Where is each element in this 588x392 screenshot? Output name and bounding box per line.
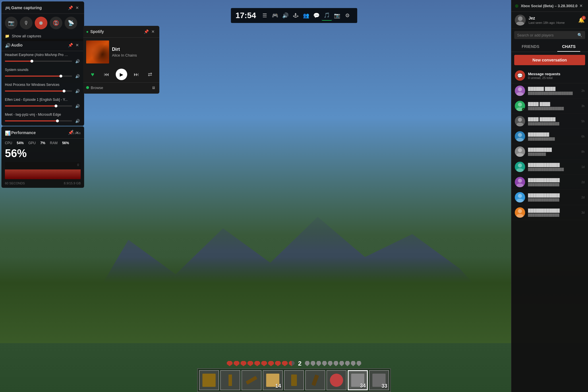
slot-icon-1 [202,374,216,387]
chat-content-5: ████████████ ████████████████ [528,163,579,171]
tab-friends[interactable]: FRIENDS [511,41,550,52]
new-conversation-button[interactable]: New conversation [514,55,585,65]
tab-chats[interactable]: CHATS [550,41,588,52]
perf-title: Performance [11,130,67,135]
mute-btn-4[interactable]: 🔊 [74,118,81,124]
armor-9 [351,361,355,366]
chat-time-4: 8h [581,150,585,153]
message-requests[interactable]: 💬 Message requests 0 unread, 25 total [511,68,588,83]
mute-mic-button[interactable]: 🎙 [20,17,32,29]
audio-pin-button[interactable]: 📌 [67,42,74,49]
mute-camera-button[interactable]: 📵 [50,17,62,29]
mute-btn-3[interactable]: 🔊 [74,103,81,109]
volume-icon[interactable]: 🔊 [280,10,291,21]
clock: 17:54 [235,11,256,20]
user-avatar [515,15,526,26]
audio-slider-4[interactable] [5,120,72,121]
mute-btn-2[interactable]: 🔊 [74,88,81,94]
gpu-value: 7% [40,141,45,145]
screenshot-button[interactable]: 📷 [5,17,18,29]
browse-button[interactable]: Browse [86,86,103,90]
search-input[interactable] [517,33,576,37]
broadcast-button[interactable]: 📡 [65,17,77,29]
game-capturing-title: Game capturing [11,5,67,10]
chat-item-2[interactable]: ████ ██████ ██████████████ 5h [511,114,588,129]
chat-msg-7: ██████████████ [528,198,579,202]
spotify-controls: ♥ ⏮ ▶ ⏭ ⇄ [83,66,159,82]
chat-item-5[interactable]: ████████████ ████████████████ 1d [511,159,588,175]
chat-item-4[interactable]: █████████ ████████ 8h [511,144,588,159]
pin-button[interactable]: 📌 [67,4,74,11]
mute-btn-1[interactable]: 🔊 [74,73,81,79]
chat-content-1: ████ ████ ████████████████ [528,102,579,110]
audio-slider-0[interactable] [5,61,72,62]
audio-slider-3[interactable] [5,105,72,107]
chat-item-8[interactable]: ████████████ ██████████████ 3d [511,205,588,220]
next-button[interactable]: ⏭ [132,70,141,79]
slot-icon-5 [291,374,297,386]
close-button[interactable]: ✕ [74,4,81,11]
chat-item-7[interactable]: ████████████ ██████████████ 2d [511,190,588,205]
heart-8 [275,361,281,366]
audio-close-button[interactable]: ✕ [74,42,81,49]
audio-slider-2[interactable] [5,90,72,92]
svg-point-18 [518,209,522,213]
play-button[interactable]: ▶ [116,69,127,80]
spotify-screen-button[interactable]: 🖥 [150,84,156,91]
spotify-header: ● Spotify 📌 ✕ [83,26,159,38]
audio-label-3: Elfen Lied - Episode 1 [English Sub] - Y… [5,98,68,102]
chat-item-6[interactable]: ████████████ ██████████████ 2d [511,175,588,190]
mute-btn-0[interactable]: 🔊 [74,58,81,64]
like-button[interactable]: ♥ [88,70,97,79]
chat-msg-8: ██████████████ [528,213,579,217]
msg-requests-title: Message requests [528,72,585,76]
cpu-value: 54% [17,141,24,145]
chat-item-3[interactable]: ████████ ████████████ 6h [511,129,588,144]
screenshot-icon[interactable]: 📷 [332,10,342,21]
notification-button[interactable]: 🔔 2 [578,17,585,23]
spotify-close-button[interactable]: ✕ [150,28,156,35]
perf-time-label: 60 SECONDS [5,181,25,185]
settings-icon[interactable]: ⚙ [342,10,353,21]
perf-mem-label: 8.9/15.9 GB [64,181,81,185]
audio-panel: 🔊 Audio 📌 ✕ Headset Earphone (Astro MixA… [1,39,84,126]
chat-msg-6: ██████████████ [528,183,579,186]
xbox-header: ⊕ Xbox Social (Beta) – 3.28.3002.0 ✕ [511,0,588,12]
chat-avatar-3 [515,131,525,142]
audio-channel-0: Headset Earphone (Astro MixAmp Pro Voi 🔊 [1,51,84,66]
shuffle-button[interactable]: ⇄ [146,70,155,79]
show-captures-label: Show all captures [12,34,41,38]
user-info: Jez Last seen 18h ago: Home [529,16,578,24]
spotify-panel: ● Spotify 📌 ✕ Dirt Alice In Chains ♥ ⏮ ▶… [83,26,159,94]
notif-badge: 2 [582,16,586,20]
menu-icon[interactable]: ☰ [260,10,270,21]
audio-slider-1[interactable] [5,76,72,77]
armor-6 [334,361,338,366]
xbox-social-panel: ⊕ Xbox Social (Beta) – 3.28.3002.0 ✕ Jez… [511,0,588,392]
ram-value: 56% [62,141,69,145]
album-art [86,40,109,63]
minecraft-hud: 2 14 [0,360,588,392]
spotify-icon[interactable]: 🎵 [322,10,332,21]
spotify-logo: ● [86,29,88,34]
svg-point-0 [518,16,523,21]
chat-item-1[interactable]: ████ ████ ████████████████ 3h [511,99,588,114]
hotbar-slot-9: 33 [369,370,389,390]
xbox-close-button[interactable]: ✕ [578,3,585,9]
audio-label-4: Meet - twg-pytz-vmj - Microsoft Edge [5,113,68,117]
chat-item-0[interactable]: ██████ ████ ████████████████████ 2h [511,83,588,99]
chat-time-0: 2h [581,89,585,92]
controller-icon[interactable]: 🕹 [291,10,301,21]
spotify-pin-button[interactable]: 📌 [143,28,150,35]
capture-icons: 📷 🎙 ⏺ 📵 📡 [1,14,84,32]
hotbar-slot-1 [199,370,219,390]
svg-point-9 [517,138,523,142]
prev-button[interactable]: ⏮ [102,70,111,79]
svg-point-19 [517,214,523,218]
chat-icon[interactable]: 💬 [311,10,322,21]
hotbar-slot-3 [241,370,262,390]
friends-icon[interactable]: 👥 [301,10,311,21]
record-button[interactable]: ⏺ [35,17,47,29]
gamepad-icon[interactable]: 🎮 [270,10,280,21]
chat-name-0: ██████ ████ [528,87,579,91]
